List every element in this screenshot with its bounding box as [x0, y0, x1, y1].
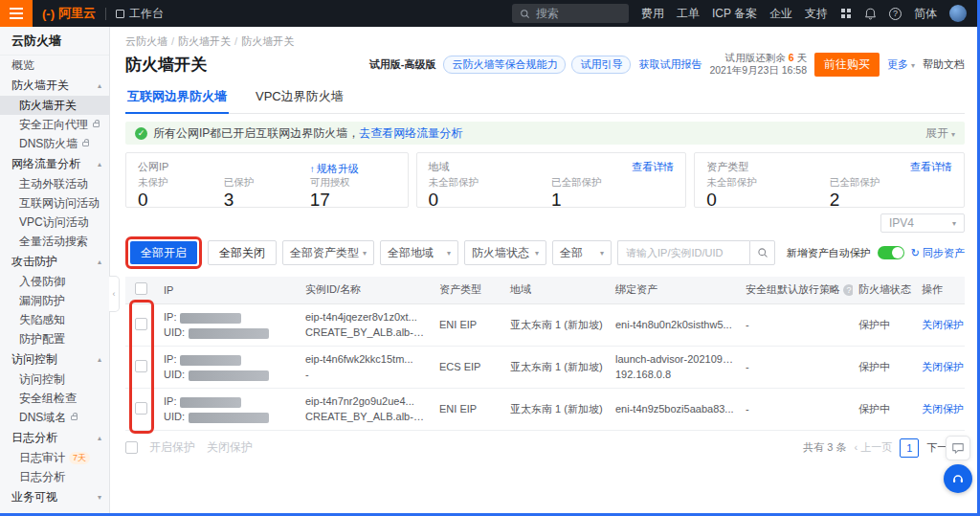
sidebar-item[interactable]: 漏洞防护	[0, 291, 109, 310]
traffic-analysis-link[interactable]: 去查看网络流量分析	[359, 125, 462, 142]
auto-protect-toggle[interactable]	[878, 246, 904, 259]
sidebar-item[interactable]: 失陷感知	[0, 310, 109, 329]
filter-dropdown[interactable]: 防火墙状态▾	[464, 240, 546, 265]
unprotect-selected-button[interactable]: 关闭保护	[207, 439, 253, 456]
sidebar-section[interactable]: 日志分析▴	[0, 427, 109, 448]
topbar-link[interactable]: 支持	[805, 6, 828, 22]
sidebar-section[interactable]: 攻击防护▴	[0, 251, 109, 272]
tab-internet-boundary[interactable]: 互联网边界防火墙	[125, 83, 229, 114]
feature-tag[interactable]: 云防火墙等保合规能力	[443, 56, 566, 74]
stat-card: 资产类型查看详情未全部保护0已全部保护2	[694, 152, 965, 208]
help-icon[interactable]: ?	[889, 8, 902, 20]
sidebar-item[interactable]: 互联网访问活动	[0, 193, 109, 213]
app-grid-icon[interactable]	[840, 8, 852, 19]
sync-assets-link[interactable]: ↻ 同步资产	[911, 246, 965, 260]
toolbar: 全部开启 全部关闭 全部资产类型▾全部地域▾防火墙状态▾全部▾ 新增资产自动保护…	[125, 236, 965, 269]
filter-label: 全部资产类型	[290, 245, 359, 261]
current-page-button[interactable]: 1	[900, 438, 919, 458]
filter-dropdown[interactable]: 全部地域▾	[380, 240, 458, 265]
row-checkbox[interactable]	[135, 318, 147, 330]
sidebar-item[interactable]: 日志分析	[0, 467, 109, 486]
spec-upgrade-link[interactable]: ↑规格升级	[310, 162, 359, 176]
sidebar-item-label: 失陷感知	[19, 312, 65, 328]
protect-selected-button[interactable]: 开启保护	[149, 439, 195, 456]
firewall-status-cell: 保护中	[853, 346, 916, 388]
filter-dropdown[interactable]: 全部▾	[552, 240, 612, 265]
sidebar-section[interactable]: 网络流量分析▴	[0, 153, 109, 174]
row-checkbox[interactable]	[135, 402, 147, 415]
disable-protection-link[interactable]: 关闭保护	[922, 361, 964, 372]
stat-column: 未保护0	[138, 176, 224, 211]
sidebar-section[interactable]: 防火墙开关▴	[0, 75, 109, 96]
sidebar-item[interactable]: 访问控制	[0, 370, 109, 389]
sidebar-item[interactable]: 日志审计7天	[0, 448, 109, 467]
row-checkbox[interactable]	[135, 360, 147, 372]
sidebar-section[interactable]: 业务可视▾	[0, 486, 109, 507]
disable-all-button[interactable]: 全部关闭	[208, 240, 277, 265]
more-dropdown[interactable]: 更多▾	[887, 57, 915, 72]
topbar-link[interactable]: 企业	[769, 6, 792, 22]
language-switch[interactable]: 简体	[914, 6, 937, 22]
filter-dropdown[interactable]: 全部资产类型▾	[282, 240, 374, 265]
sidebar-item[interactable]: 防护配置	[0, 329, 109, 348]
sidebar-item[interactable]: 防火墙开关	[0, 96, 109, 115]
disable-protection-link[interactable]: 关闭保护	[922, 403, 964, 415]
sidebar-item[interactable]: 入侵防御	[0, 272, 109, 291]
disable-protection-link[interactable]: 关闭保护	[922, 319, 964, 330]
stat-card-title: 资产类型	[706, 160, 748, 174]
topbar-link[interactable]: ICP 备案	[712, 6, 757, 22]
sidebar-item[interactable]: DNS防火墙	[0, 134, 109, 153]
sidebar-item-label: 概览	[11, 57, 34, 74]
region-cell: 亚太东南 1 (新加坡)	[504, 346, 610, 388]
instance-line: CREATE_BY_ALB.alb-g...	[305, 325, 428, 340]
prev-page-button[interactable]: ‹ 上一页	[855, 440, 893, 455]
hamburger-menu-button[interactable]	[0, 0, 33, 27]
workbench-link[interactable]: 工作台	[116, 6, 164, 22]
sidebar-item[interactable]: 安全正向代理	[0, 115, 109, 134]
breadcrumb-item[interactable]: 云防火墙	[125, 35, 167, 47]
sidebar-item[interactable]: 全量活动搜索	[0, 232, 109, 251]
sidebar-section[interactable]: 访问控制▴	[0, 348, 109, 370]
protection-status-banner: ✓ 所有公网IP都已开启互联网边界防火墙， 去查看网络流量分析 展开▾	[125, 122, 965, 145]
firewall-status-cell: 保护中	[853, 388, 916, 430]
sidebar-collapse-handle[interactable]: ‹	[109, 276, 120, 312]
stat-value: 0	[706, 190, 829, 211]
sidebar-item[interactable]: VPC访问活动	[0, 213, 109, 232]
help-docs-link[interactable]: 帮助文档	[923, 57, 965, 72]
trial-report-link[interactable]: 获取试用报告	[638, 57, 702, 72]
chevron-down-icon: ▾	[447, 249, 451, 258]
enable-all-button[interactable]: 全部开启	[130, 241, 197, 264]
chevron-icon: ▴	[98, 81, 101, 90]
instance-line: -	[305, 367, 428, 382]
topbar-link[interactable]: 费用	[641, 6, 664, 22]
sidebar-item[interactable]: 主动外联活动	[0, 174, 109, 193]
alibaba-cloud-logo[interactable]: (-) 阿里云	[42, 5, 96, 22]
table-row: IP:UID:eip-t4n7nr2go9u2ue4...CREATE_BY_A…	[125, 388, 965, 430]
stat-card-title: 地域	[429, 160, 450, 174]
ip-version-dropdown[interactable]: IPV4 ▾	[880, 213, 965, 233]
user-avatar[interactable]	[949, 5, 967, 22]
topbar-link[interactable]: 工单	[677, 6, 700, 22]
tab-vpc-boundary[interactable]: VPC边界防火墙	[254, 83, 345, 113]
asset-search-input[interactable]	[617, 240, 749, 265]
view-details-link[interactable]: 查看详情	[632, 160, 674, 174]
sidebar-item-label: 日志分析	[11, 430, 57, 446]
feedback-chat-button[interactable]	[946, 436, 970, 460]
feature-tag[interactable]: 试用引导	[571, 56, 631, 74]
sidebar-item[interactable]: DNS域名	[0, 408, 109, 427]
view-details-link[interactable]: 查看详情	[910, 160, 952, 174]
table-body: IP:UID:eip-t4n4jqezer8v1z0xt...CREATE_BY…	[125, 303, 965, 430]
bell-icon[interactable]	[864, 8, 877, 20]
sidebar-item[interactable]: 概览	[0, 56, 109, 75]
prev-arrow-icon: ‹	[855, 441, 858, 453]
breadcrumb-item[interactable]: 防火墙开关	[178, 35, 231, 47]
banner-expand-toggle[interactable]: 展开▾	[925, 125, 955, 142]
uid-label: UID:	[164, 326, 185, 338]
footer-select-checkbox[interactable]	[125, 441, 138, 454]
global-search-box[interactable]: 搜索	[512, 4, 629, 23]
search-button[interactable]	[749, 240, 775, 265]
buy-now-button[interactable]: 前往购买	[814, 53, 880, 77]
sidebar-item[interactable]: 安全组检查	[0, 389, 109, 408]
customer-service-button[interactable]	[944, 464, 972, 493]
select-all-checkbox[interactable]	[135, 282, 147, 295]
